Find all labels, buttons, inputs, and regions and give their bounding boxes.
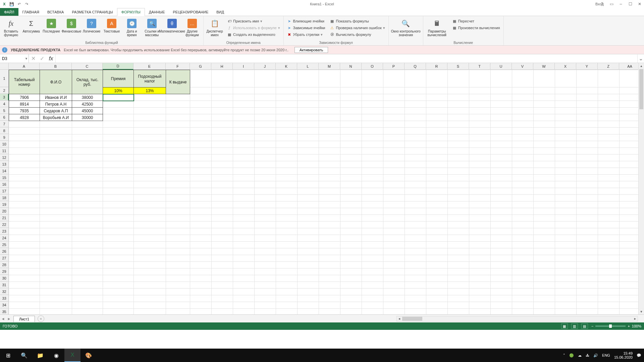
column-header[interactable]: O bbox=[362, 63, 383, 70]
cell[interactable] bbox=[383, 161, 405, 168]
cell[interactable]: Иванов И.И bbox=[40, 94, 72, 101]
cell[interactable] bbox=[598, 208, 620, 215]
cell[interactable] bbox=[512, 175, 534, 181]
cell[interactable] bbox=[298, 134, 319, 141]
cell[interactable] bbox=[426, 208, 448, 215]
cell[interactable] bbox=[276, 121, 298, 128]
scrollbar-thumb[interactable] bbox=[639, 69, 643, 109]
cell[interactable] bbox=[577, 262, 598, 268]
cell[interactable] bbox=[598, 275, 620, 282]
cell[interactable] bbox=[298, 215, 319, 222]
cell[interactable] bbox=[72, 235, 103, 242]
cell[interactable] bbox=[212, 188, 233, 195]
file-explorer-icon[interactable]: 📁 bbox=[32, 349, 48, 362]
cell[interactable] bbox=[491, 155, 512, 161]
cell[interactable] bbox=[72, 282, 103, 289]
cell[interactable] bbox=[362, 262, 383, 268]
cell[interactable] bbox=[298, 101, 319, 108]
cell[interactable] bbox=[555, 175, 577, 181]
cell[interactable] bbox=[469, 295, 491, 302]
cell[interactable] bbox=[620, 282, 641, 289]
cell[interactable] bbox=[362, 121, 383, 128]
cell[interactable] bbox=[212, 222, 233, 228]
evaluate-formula-button[interactable]: ⦿Вычислить формулу bbox=[328, 32, 386, 38]
cell[interactable] bbox=[9, 275, 40, 282]
cell[interactable] bbox=[166, 289, 190, 295]
cell[interactable] bbox=[426, 201, 448, 208]
cell[interactable] bbox=[534, 134, 555, 141]
cell[interactable] bbox=[134, 175, 166, 181]
cell[interactable] bbox=[620, 275, 641, 282]
cell[interactable] bbox=[340, 262, 362, 268]
cell[interactable] bbox=[577, 242, 598, 248]
cell[interactable] bbox=[405, 108, 426, 114]
cell[interactable] bbox=[448, 242, 469, 248]
cell[interactable] bbox=[362, 155, 383, 161]
scroll-up-icon[interactable]: ▲ bbox=[639, 63, 644, 69]
cell[interactable] bbox=[319, 201, 340, 208]
cell[interactable] bbox=[577, 309, 598, 315]
cell[interactable] bbox=[233, 87, 255, 94]
cell[interactable] bbox=[276, 181, 298, 188]
cell[interactable] bbox=[555, 201, 577, 208]
cell[interactable] bbox=[166, 208, 190, 215]
cell[interactable] bbox=[9, 242, 40, 248]
column-header[interactable]: AA bbox=[619, 63, 641, 70]
financial-button[interactable]: $Финансовые bbox=[62, 17, 80, 33]
cell[interactable] bbox=[190, 188, 212, 195]
column-header[interactable]: F bbox=[166, 63, 190, 70]
cell[interactable] bbox=[340, 201, 362, 208]
cell[interactable] bbox=[40, 215, 72, 222]
row-header[interactable]: 1 bbox=[0, 70, 9, 87]
cell[interactable] bbox=[166, 201, 190, 208]
cell[interactable] bbox=[40, 195, 72, 201]
cell[interactable] bbox=[340, 282, 362, 289]
cell[interactable] bbox=[319, 242, 340, 248]
cell[interactable] bbox=[340, 268, 362, 275]
name-manager-button[interactable]: 📋Диспетчер имен bbox=[206, 17, 224, 37]
cell[interactable] bbox=[620, 222, 641, 228]
cell[interactable] bbox=[598, 148, 620, 155]
cell[interactable] bbox=[340, 215, 362, 222]
cell[interactable] bbox=[469, 188, 491, 195]
cell[interactable] bbox=[212, 101, 233, 108]
cell[interactable] bbox=[383, 70, 405, 87]
show-formulas-button[interactable]: ▦Показать формулы bbox=[328, 18, 386, 24]
cell[interactable] bbox=[319, 228, 340, 235]
row-header[interactable]: 27 bbox=[0, 255, 9, 261]
cell[interactable] bbox=[233, 215, 255, 222]
cell[interactable] bbox=[426, 70, 448, 87]
cell[interactable]: 8914 bbox=[9, 101, 40, 108]
cell[interactable] bbox=[255, 248, 276, 255]
cell[interactable] bbox=[448, 175, 469, 181]
cell[interactable] bbox=[255, 208, 276, 215]
cell[interactable] bbox=[362, 195, 383, 201]
cell[interactable] bbox=[255, 282, 276, 289]
cell[interactable] bbox=[298, 302, 319, 309]
cell[interactable] bbox=[134, 94, 166, 101]
cell[interactable] bbox=[134, 235, 166, 242]
cell[interactable] bbox=[190, 94, 212, 101]
cell[interactable] bbox=[166, 141, 190, 148]
close-icon[interactable]: ✕ bbox=[635, 1, 644, 7]
cell[interactable]: 7906 bbox=[9, 94, 40, 101]
column-header[interactable]: S bbox=[447, 63, 469, 70]
cell[interactable] bbox=[512, 148, 534, 155]
cell[interactable] bbox=[512, 309, 534, 315]
cell[interactable] bbox=[448, 215, 469, 222]
cell[interactable] bbox=[255, 268, 276, 275]
cell[interactable] bbox=[72, 181, 103, 188]
help-icon[interactable]: ? bbox=[598, 1, 606, 7]
cell[interactable] bbox=[534, 309, 555, 315]
cell[interactable] bbox=[534, 295, 555, 302]
tray-clock[interactable]: 15:49 15.06.2020 bbox=[614, 351, 633, 359]
cell[interactable] bbox=[255, 262, 276, 268]
cell[interactable] bbox=[512, 94, 534, 101]
cell[interactable] bbox=[212, 262, 233, 268]
cell[interactable] bbox=[598, 121, 620, 128]
cell[interactable] bbox=[190, 208, 212, 215]
cell[interactable] bbox=[298, 94, 319, 101]
cell[interactable] bbox=[40, 148, 72, 155]
cell[interactable] bbox=[426, 262, 448, 268]
cell[interactable] bbox=[190, 275, 212, 282]
